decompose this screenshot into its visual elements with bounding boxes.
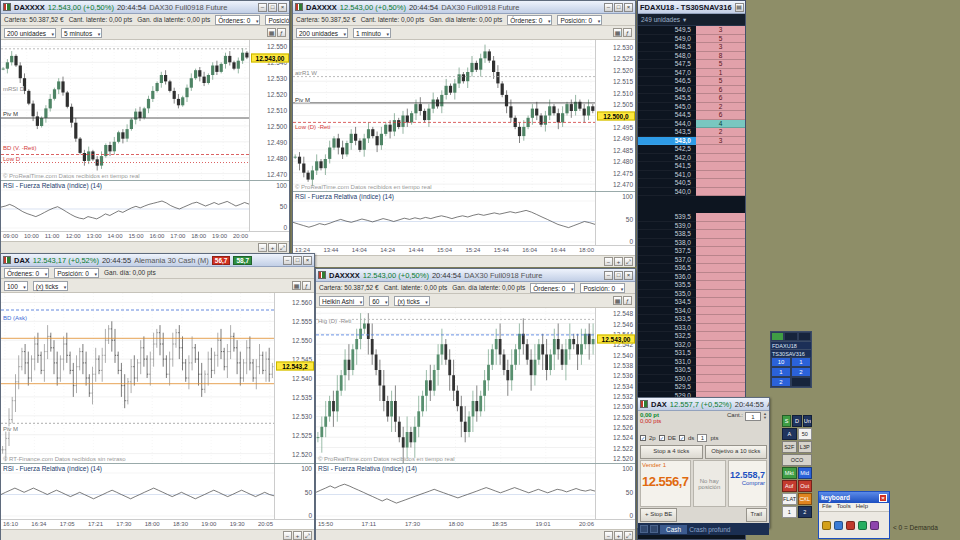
timeframe-dropdown[interactable]: (x) ticks (394, 296, 429, 306)
dom-ladder-row[interactable]: 536,0 (638, 273, 745, 282)
dom-ladder-row[interactable]: 546,06 (638, 86, 745, 95)
dom-size-cell[interactable] (696, 154, 745, 163)
dom-price-cell[interactable]: 541,5 (638, 162, 696, 171)
indicator-icon[interactable]: ƒ (623, 28, 632, 37)
dom-ladder-row[interactable]: 531,5 (638, 349, 745, 358)
orders-dropdown[interactable]: Órdenes: 0 (530, 283, 575, 293)
stop-ticks-button[interactable]: Stop a 4 ticks (640, 445, 703, 459)
units-dropdown[interactable]: 60 (369, 296, 389, 306)
dom-price-cell[interactable] (638, 196, 696, 205)
dom-ladder-row[interactable]: 542,0 (638, 154, 745, 163)
quickpad-cell[interactable]: 2 (771, 377, 791, 387)
dom-price-cell[interactable]: 536,0 (638, 273, 696, 282)
app-icon[interactable] (858, 521, 867, 530)
dom-price-cell[interactable]: 540,5 (638, 179, 696, 188)
dom-price-cell[interactable]: 548,5 (638, 43, 696, 52)
dom-price-cell[interactable]: 533,5 (638, 315, 696, 324)
window-titlebar[interactable]: DAXXXX 12.543,00 (+0,50%) 20:44:54 DAX30… (1, 1, 289, 14)
dom-units-dropdown[interactable]: 249 unidades (641, 16, 680, 23)
position-dropdown[interactable]: Posición: 0 (265, 15, 289, 25)
dom-price-cell[interactable]: 548,0 (638, 52, 696, 61)
position-dropdown[interactable]: Posición: 0 (54, 268, 99, 278)
dom-size-cell[interactable] (696, 281, 745, 290)
ticks-input[interactable]: 1 (697, 434, 707, 442)
dom-ladder-row[interactable]: 545,56 (638, 94, 745, 103)
dom-ladder-row[interactable]: 542,5 (638, 145, 745, 154)
dom-price-cell[interactable]: 535,5 (638, 281, 696, 290)
dom-price-cell[interactable]: 539,5 (638, 213, 696, 222)
expand-icon[interactable]: ⤢ (624, 531, 633, 540)
dom-price-cell[interactable]: 532,5 (638, 332, 696, 341)
rsi-panel[interactable]: RSI - Fuerza Relativa (índice) (14) 100 … (1, 180, 289, 231)
dom-price-cell[interactable]: 543,0 (638, 137, 696, 146)
dom-ladder-row[interactable]: 539,0 (638, 222, 745, 231)
zoom-out-icon[interactable]: − (258, 243, 267, 252)
dom-ladder-row[interactable]: 547,01 (638, 69, 745, 78)
dom-ladder-row[interactable]: 540,5 (638, 179, 745, 188)
dom-ladder-row[interactable] (638, 196, 745, 205)
dom-ladder-row[interactable]: 546,55 (638, 77, 745, 86)
dom-size-cell[interactable]: 4 (696, 120, 745, 129)
chart-type-icon[interactable]: ▦ (267, 28, 276, 37)
dom-size-cell[interactable] (696, 332, 745, 341)
dom-price-cell[interactable]: 547,5 (638, 60, 696, 69)
orders-dropdown[interactable]: Órdenes: 0 (215, 15, 260, 25)
position-dropdown[interactable]: Posición: 0 (557, 15, 602, 25)
dom-price-cell[interactable]: 543,5 (638, 128, 696, 137)
close-icon[interactable]: × (624, 271, 633, 280)
timeframe-dropdown[interactable]: (x) ticks (33, 281, 68, 291)
quickpad-button[interactable]: Mid (798, 467, 813, 479)
quantity-input[interactable]: 1 (745, 412, 761, 421)
quickpad-button[interactable]: S2F (782, 441, 797, 453)
dom-price-cell[interactable]: 537,0 (638, 256, 696, 265)
checkbox[interactable]: ✓ (679, 435, 685, 441)
dom-ladder-row[interactable]: 535,5 (638, 281, 745, 290)
chart-type-icon[interactable]: ▦ (613, 28, 622, 37)
units-dropdown[interactable]: 200 unidades (296, 28, 348, 38)
dom-size-cell[interactable]: 5 (696, 60, 745, 69)
zoom-in-icon[interactable]: + (614, 257, 623, 266)
dom-price-cell[interactable]: 533,0 (638, 324, 696, 333)
dom-ladder-row[interactable]: 539,5 (638, 213, 745, 222)
dom-size-cell[interactable]: 2 (696, 103, 745, 112)
dom-ladder-row[interactable]: 549,05 (638, 35, 745, 44)
price-chart[interactable]: 12.55012.54012.53012.52012.51012.50012.4… (1, 40, 289, 180)
dom-size-cell[interactable] (696, 366, 745, 375)
dom-ladder-row[interactable]: 549,53 (638, 26, 745, 35)
quickpad-button[interactable]: OCO (782, 454, 812, 466)
dom-ladder-row[interactable] (638, 205, 745, 214)
price-chart[interactable]: 12.53012.52512.52012.51512.51012.50512.5… (293, 40, 635, 191)
dom-ladder-row[interactable]: 547,55 (638, 60, 745, 69)
status-cell[interactable] (784, 332, 797, 341)
dom-size-cell[interactable] (696, 230, 745, 239)
dom-size-cell[interactable] (696, 213, 745, 222)
dom-price-cell[interactable]: 540,0 (638, 188, 696, 197)
quickpad-cell[interactable]: 10 (771, 357, 791, 367)
dom-ladder-row[interactable]: 543,03 (638, 137, 745, 146)
trail-button[interactable]: Trail (746, 508, 767, 522)
dom-price-cell[interactable]: 545,5 (638, 94, 696, 103)
app-icon[interactable] (870, 521, 879, 530)
quickpad-button[interactable]: S (782, 415, 791, 427)
menu-help[interactable]: Help (856, 503, 868, 511)
dom-ladder-row[interactable]: 530,0 (638, 375, 745, 384)
dom-price-cell[interactable]: 530,0 (638, 375, 696, 384)
orders-dropdown[interactable]: Órdenes: 0 (4, 268, 49, 278)
quickpad-cell[interactable] (791, 377, 811, 387)
dom-price-cell[interactable]: 544,0 (638, 120, 696, 129)
dom-size-cell[interactable] (696, 145, 745, 154)
window-titlebar[interactable]: keyboard × (819, 492, 889, 503)
menu-file[interactable]: File (822, 503, 832, 511)
target-ticks-button[interactable]: Objetivo a 10 ticks (705, 445, 768, 459)
dom-ladder-row[interactable]: 544,04 (638, 120, 745, 129)
status-cell[interactable] (798, 332, 811, 341)
checkbox[interactable]: ✓ (640, 435, 646, 441)
orders-dropdown[interactable]: Órdenes: 0 (507, 15, 552, 25)
workspace-tab[interactable]: Cash (660, 525, 687, 534)
dom-size-cell[interactable] (696, 375, 745, 384)
zoom-out-icon[interactable]: − (283, 531, 292, 540)
expand-icon[interactable]: ⤢ (278, 243, 287, 252)
window-titlebar[interactable]: DAXXXX 12.543,00 (+0,50%) 20:44:54 DAX30… (316, 269, 635, 282)
chart-canvas[interactable] (316, 308, 595, 463)
bid-quick-button[interactable]: 56,7 (212, 256, 231, 265)
